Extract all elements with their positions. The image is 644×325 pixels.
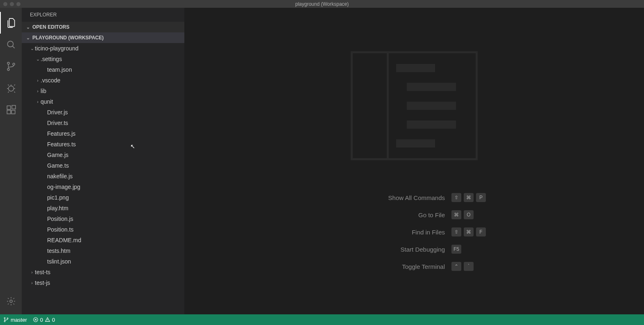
explorer-sidebar: EXPLORER ⌄ OPEN EDITORS ⌄ PLAYGROUND (WO… — [22, 8, 184, 314]
chevron-down-icon: ⌄ — [25, 25, 31, 30]
hint-label: Go to File — [342, 211, 445, 218]
tree-label: .vscode — [41, 77, 60, 84]
key-shift: ⇧ — [451, 193, 461, 202]
settings-button[interactable] — [0, 290, 22, 312]
status-branch-label: master — [11, 317, 27, 323]
tree-label: README.md — [47, 237, 81, 243]
workspace-label: PLAYGROUND (WORKSPACE) — [32, 35, 104, 41]
tree-label: Position.ts — [47, 226, 74, 233]
hint-toggle-terminal: Toggle Terminal ⌃ ` — [342, 262, 486, 271]
tree-folder-settings[interactable]: ⌄.settings — [22, 54, 184, 64]
tree-file-pic1[interactable]: ›pic1.png — [22, 192, 184, 203]
maximize-window-button[interactable] — [16, 2, 20, 6]
bug-icon — [6, 83, 16, 93]
key-cmd: ⌘ — [464, 193, 474, 202]
welcome-art-icon — [351, 51, 478, 160]
tree-file-positionts[interactable]: ›Position.ts — [22, 224, 184, 235]
tree-label: Driver.js — [47, 109, 68, 116]
tree-file-driverjs[interactable]: ›Driver.js — [22, 107, 184, 118]
tree-label: Position.js — [47, 216, 73, 222]
window-title: playground (Workspace) — [295, 1, 349, 7]
tree-file-readme[interactable]: ›README.md — [22, 235, 184, 245]
chevron-down-icon: ⌄ — [29, 46, 35, 51]
explorer-view-button[interactable] — [0, 12, 22, 34]
svg-rect-7 — [11, 110, 15, 114]
tree-label: Game.ts — [47, 162, 69, 169]
tree-label: play.htm — [47, 205, 68, 211]
key-cmd: ⌘ — [451, 210, 461, 219]
chevron-down-icon: ⌄ — [25, 35, 31, 41]
tree-folder-lib[interactable]: ›lib — [22, 86, 184, 96]
key-f: F — [476, 227, 486, 236]
tree-file-featurests[interactable]: ›Features.ts — [22, 139, 184, 150]
tree-folder-qunit[interactable]: ›qunit — [22, 96, 184, 107]
tree-file-gamets[interactable]: ›Game.ts — [22, 160, 184, 171]
svg-rect-5 — [7, 106, 11, 109]
tree-file-ogimage[interactable]: ›og-image.jpg — [22, 182, 184, 192]
tree-file-nakefile[interactable]: ›nakefile.js — [22, 171, 184, 182]
files-icon — [6, 18, 17, 28]
tree-file-play[interactable]: ›play.htm — [22, 203, 184, 214]
svg-point-3 — [13, 63, 15, 65]
error-icon — [33, 317, 39, 323]
file-tree: ⌄ticino-playground ⌄.settings ›team.json… — [22, 43, 184, 314]
key-backtick: ` — [464, 262, 474, 271]
key-f5: F5 — [451, 245, 461, 254]
tree-label: test-ts — [35, 269, 50, 275]
tree-label: Driver.ts — [47, 120, 68, 126]
activity-bar — [0, 8, 22, 314]
status-warnings-count: 0 — [52, 317, 55, 323]
branch-icon — [3, 317, 9, 323]
warning-icon — [45, 317, 50, 323]
scm-view-button[interactable] — [0, 55, 22, 77]
svg-point-4 — [8, 86, 14, 91]
svg-point-1 — [7, 62, 9, 64]
status-bar: master 0 0 — [0, 314, 644, 325]
hint-label: Show All Commands — [342, 194, 445, 201]
open-editors-section[interactable]: ⌄ OPEN EDITORS — [22, 22, 184, 32]
tree-label: Game.js — [47, 152, 68, 158]
tree-label: ticino-playground — [35, 45, 79, 52]
close-window-button[interactable] — [3, 2, 7, 6]
tree-label: nakefile.js — [47, 173, 73, 180]
svg-point-0 — [7, 41, 13, 47]
debug-view-button[interactable] — [0, 77, 22, 99]
open-editors-label: OPEN EDITORS — [32, 24, 69, 30]
chevron-right-icon: › — [35, 89, 41, 93]
tree-label: qunit — [41, 98, 53, 105]
tree-label: Features.ts — [47, 141, 76, 148]
chevron-right-icon: › — [35, 99, 41, 104]
status-errors-count: 0 — [40, 317, 43, 323]
tree-folder-testjs[interactable]: ›test-js — [22, 277, 184, 288]
workspace-section[interactable]: ⌄ PLAYGROUND (WORKSPACE) — [22, 32, 184, 43]
tree-file-tslint[interactable]: ›tslint.json — [22, 256, 184, 267]
tree-label: team.json — [47, 66, 72, 73]
svg-rect-6 — [7, 110, 11, 114]
tree-label: tests.htm — [47, 248, 70, 254]
hint-show-all-commands: Show All Commands ⇧ ⌘ P — [342, 193, 486, 202]
tree-folder-vscode[interactable]: ›.vscode — [22, 75, 184, 86]
tree-label: test-js — [35, 280, 50, 286]
tree-folder-testts[interactable]: ›test-ts — [22, 267, 184, 277]
svg-rect-8 — [12, 105, 16, 109]
tree-file-tests[interactable]: ›tests.htm — [22, 245, 184, 256]
extensions-view-button[interactable] — [0, 99, 22, 120]
tree-folder-root[interactable]: ⌄ticino-playground — [22, 43, 184, 54]
search-view-button[interactable] — [0, 34, 22, 55]
tree-label: lib — [41, 88, 46, 94]
status-branch[interactable]: master — [3, 317, 27, 323]
hint-find-in-files: Find in Files ⇧ ⌘ F — [342, 227, 486, 236]
hint-label: Find in Files — [342, 229, 445, 236]
tree-label: Features.js — [47, 130, 75, 137]
minimize-window-button[interactable] — [10, 2, 14, 6]
tree-file-teamjson[interactable]: ›team.json — [22, 64, 184, 75]
svg-point-12 — [7, 318, 8, 319]
sidebar-title: EXPLORER — [22, 8, 184, 22]
chevron-down-icon: ⌄ — [35, 57, 41, 62]
tree-file-featuresjs[interactable]: ›Features.js — [22, 128, 184, 139]
tree-file-driverts[interactable]: ›Driver.ts — [22, 118, 184, 128]
tree-file-gamejs[interactable]: ›Game.js — [22, 150, 184, 160]
status-problems[interactable]: 0 0 — [33, 317, 55, 323]
svg-point-9 — [10, 300, 12, 302]
tree-file-positionjs[interactable]: ›Position.js — [22, 214, 184, 224]
